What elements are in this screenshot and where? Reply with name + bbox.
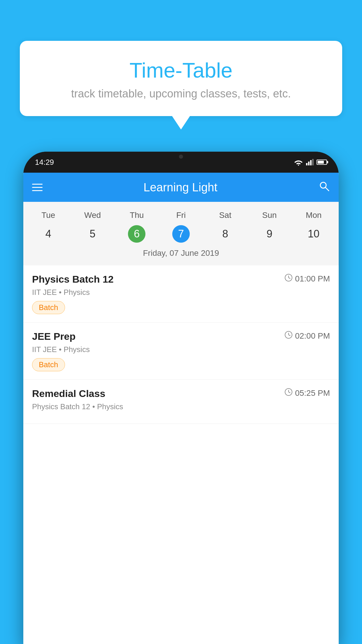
day-6-today[interactable]: 6: [128, 225, 145, 243]
day-header-thu: Thu: [115, 208, 159, 223]
clock-icon-2: [284, 331, 293, 341]
clock-icon-3: [284, 388, 293, 398]
notch: [166, 152, 196, 162]
svg-rect-4: [312, 159, 314, 165]
schedule-item-1-subtitle: IIT JEE • Physics: [32, 288, 330, 297]
schedule-item-3-time: 05:25 PM: [284, 388, 330, 398]
day-9[interactable]: 9: [261, 225, 278, 243]
hamburger-menu-icon[interactable]: [32, 184, 43, 191]
schedule-item-3-subtitle: Physics Batch 12 • Physics: [32, 402, 330, 411]
calendar-section: Tue Wed Thu Fri Sat Sun Mon 4 5 6 7 8 9 …: [23, 202, 339, 265]
battery-icon: [317, 160, 327, 165]
schedule-item-1-header: Physics Batch 12 01:00 PM: [32, 274, 330, 285]
schedule-item-1-badge: Batch: [32, 301, 65, 314]
day-numbers: 4 5 6 7 8 9 10: [26, 225, 336, 243]
search-icon[interactable]: [318, 180, 330, 195]
clock-icon-1: [284, 274, 293, 284]
status-icons: [294, 159, 327, 166]
bubble-subtitle: track timetable, upcoming classes, tests…: [31, 88, 331, 100]
svg-point-0: [298, 164, 299, 166]
day-header-mon: Mon: [291, 208, 336, 223]
app-bar: Learning Light: [23, 173, 339, 202]
svg-line-6: [326, 188, 329, 191]
day-8[interactable]: 8: [217, 225, 234, 243]
selected-date-label: Friday, 07 June 2019: [26, 246, 336, 262]
day-5[interactable]: 5: [84, 225, 101, 243]
app-title: Learning Light: [143, 181, 217, 194]
phone-top: 14:29: [23, 152, 339, 173]
schedule-item-1-time: 01:00 PM: [284, 274, 330, 284]
schedule-item-2-time: 02:00 PM: [284, 331, 330, 341]
day-headers: Tue Wed Thu Fri Sat Sun Mon: [26, 208, 336, 223]
schedule-item-1[interactable]: Physics Batch 12 01:00 PM IIT JEE • Phys…: [23, 265, 339, 323]
day-10[interactable]: 10: [305, 225, 322, 243]
wifi-icon: [294, 159, 303, 166]
day-header-tue: Tue: [26, 208, 71, 223]
schedule-item-2-title: JEE Prep: [32, 331, 75, 342]
schedule-list: Physics Batch 12 01:00 PM IIT JEE • Phys…: [23, 265, 339, 424]
schedule-item-3[interactable]: Remedial Class 05:25 PM Physics Batch 12…: [23, 380, 339, 424]
svg-rect-1: [306, 163, 307, 165]
day-header-sun: Sun: [247, 208, 292, 223]
svg-rect-3: [310, 160, 312, 165]
day-4[interactable]: 4: [40, 225, 57, 243]
status-time: 14:29: [35, 158, 54, 167]
schedule-item-2-subtitle: IIT JEE • Physics: [32, 345, 330, 354]
schedule-item-2[interactable]: JEE Prep 02:00 PM IIT JEE • Physics: [23, 323, 339, 380]
speech-bubble: Time-Table track timetable, upcoming cla…: [20, 41, 342, 116]
schedule-item-1-time-text: 01:00 PM: [295, 274, 330, 284]
schedule-item-2-time-text: 02:00 PM: [295, 331, 330, 341]
camera-dot: [179, 155, 183, 159]
schedule-item-3-time-text: 05:25 PM: [295, 388, 330, 398]
signal-icon: [306, 159, 314, 165]
day-header-wed: Wed: [71, 208, 115, 223]
svg-line-9: [289, 278, 290, 279]
schedule-item-2-header: JEE Prep 02:00 PM: [32, 331, 330, 342]
schedule-item-3-header: Remedial Class 05:25 PM: [32, 388, 330, 399]
schedule-item-2-badge: Batch: [32, 358, 65, 371]
schedule-item-3-title: Remedial Class: [32, 388, 105, 399]
svg-rect-2: [308, 162, 310, 165]
svg-line-12: [289, 335, 290, 336]
day-7-selected[interactable]: 7: [172, 225, 190, 243]
speech-bubble-container: Time-Table track timetable, upcoming cla…: [20, 41, 342, 116]
schedule-item-1-title: Physics Batch 12: [32, 274, 114, 285]
svg-line-15: [289, 392, 290, 393]
day-header-sat: Sat: [203, 208, 247, 223]
phone-frame: 14:29: [23, 152, 339, 644]
phone-screen: Learning Light Tue Wed Thu Fri Sat Sun M…: [23, 173, 339, 644]
bubble-title: Time-Table: [31, 58, 331, 82]
day-header-fri: Fri: [159, 208, 203, 223]
